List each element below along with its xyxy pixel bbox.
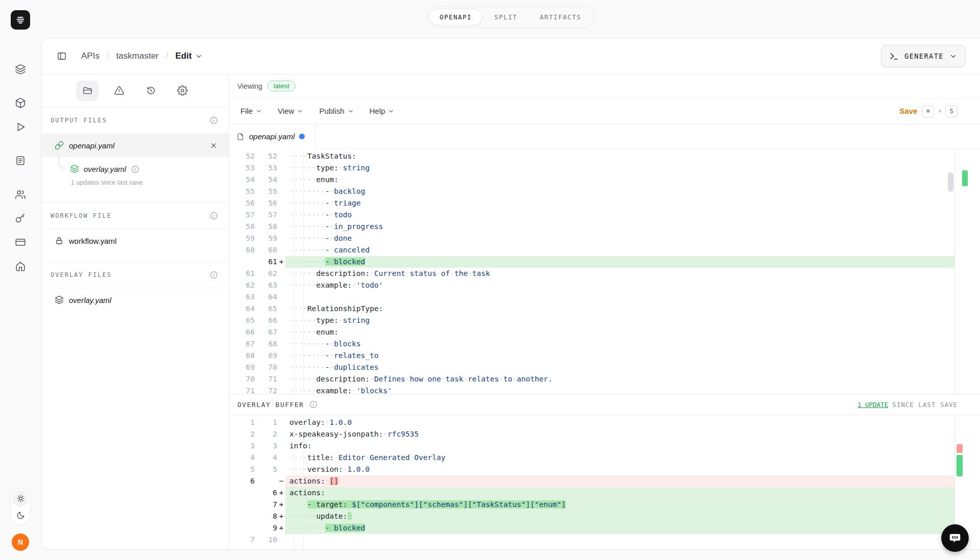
save-shortcut: ⌘+S [922,105,958,117]
code-line: 5959········-·done [229,233,954,244]
layers-icon [55,295,64,304]
menu-view[interactable]: View [278,107,304,115]
sidebar-tab-history[interactable] [139,81,162,101]
rail-item-runs[interactable] [10,117,31,137]
view-tabs: OPENAPISPLITARTIFACTS [426,6,595,28]
link-icon [55,141,64,150]
file-row-openapi[interactable]: openapi.yaml [41,134,229,157]
lock-icon [55,236,64,245]
rail-item-billing[interactable] [10,232,31,252]
status-rest: SINCE LAST SAVE [892,401,958,409]
code-line: 44····title:·Editor·Generated·Overlay [229,452,954,464]
view-tab-split[interactable]: SPLIT [483,9,528,26]
output-files-header: OUTPUT FILES [41,107,229,134]
chevron-down-icon [387,108,395,115]
journal-icon [15,155,26,166]
code-line: 6060········-·canceled [229,244,954,256]
code-line: 55····version:·1.0.0 [229,464,954,475]
code-line: 5353······type:·string [229,162,954,174]
gear-icon [177,85,188,96]
overlay-buffer-header: OVERLAY BUFFER 1 UPDATE SINCE LAST SAVE [229,394,980,415]
rail-item-keys[interactable] [10,208,31,228]
overlay-buffer-title: OVERLAY BUFFER [237,401,304,409]
breadcrumb-project[interactable]: taskmaster [116,51,159,61]
speakeasy-logo[interactable] [11,10,30,30]
breadcrumb-edit-dropdown[interactable]: Edit [176,51,203,61]
code-line: 7071······description:·Defines·how·one·t… [229,373,954,385]
sidebar-tab-files[interactable] [76,81,99,101]
code-line: 5252····TaskStatus: [229,150,954,162]
close-icon[interactable] [208,140,218,150]
rail-item-stack[interactable] [10,59,31,80]
file-sidebar: OUTPUT FILES openapi.yaml overlay.yaml 1… [41,74,229,549]
unsaved-dot [299,134,305,139]
sidebar-tab-settings[interactable] [171,81,193,101]
chevron-down-icon [195,53,203,60]
editor-column: Viewing latest FileViewPublishHelp Save … [229,74,980,549]
file-row-overlay-child[interactable]: overlay.yaml [41,160,229,177]
update-count-link[interactable]: 1 UPDATE [857,401,888,409]
view-tab-openapi[interactable]: OPENAPI [429,9,482,26]
breadcrumb-separator: / [107,51,109,61]
overlay-code-editor[interactable]: 11overlay:·1.0.022x-speakeasy-jsonpath:·… [229,415,955,549]
warning-triangle-icon [114,85,125,96]
code-line: 5757········-·todo [229,209,954,221]
tab-openapi-yaml[interactable]: openapi.yaml [229,124,315,149]
file-name: overlay.yaml [84,165,126,173]
view-tab-artifacts[interactable]: ARTIFACTS [529,9,592,26]
info-icon[interactable] [209,211,218,220]
generate-label: GENERATE [904,52,944,60]
main-panel: APIs / taskmaster / Edit GENERATE [41,38,980,550]
chat-widget-button[interactable] [941,524,969,552]
breadcrumb-apis[interactable]: APIs [81,51,100,61]
workflow-file-title: WORKFLOW FILE [51,212,112,219]
rail-item-users[interactable] [10,184,31,205]
info-icon[interactable] [131,165,139,173]
code-line: 5656········-·triage [229,197,954,209]
code-line: 6364 [229,291,954,303]
code-line: 61+········-·blocked [229,256,954,268]
sidebar-tab-problems[interactable] [108,81,130,101]
light-theme-button[interactable] [13,491,28,506]
dark-theme-button[interactable] [13,507,28,523]
save-button[interactable]: Save [899,107,917,115]
user-avatar[interactable]: N [12,533,29,551]
menu-label: Help [370,107,385,115]
menu-publish[interactable]: Publish [319,107,354,115]
info-icon[interactable] [209,116,218,125]
latest-badge[interactable]: latest [267,81,296,91]
menu-help[interactable]: Help [370,107,395,115]
viewing-label: Viewing [237,82,262,90]
chevron-down-icon [255,108,262,115]
rail-item-docs[interactable] [10,150,31,171]
workflow-file-header: WORKFLOW FILE [41,202,229,229]
file-row-overlay[interactable]: overlay.yaml [41,288,229,312]
file-name: workflow.yaml [69,237,116,245]
panel-left-icon [57,51,67,61]
code-line: 5555········-·backlog [229,186,954,197]
rail-item-builds[interactable] [10,93,31,113]
viewing-row: Viewing latest [229,74,980,98]
panel-header: APIs / taskmaster / Edit GENERATE [41,38,980,74]
code-line: 6667······enum: [229,326,954,338]
play-icon [15,121,26,133]
openapi-code-editor[interactable]: 5252····TaskStatus:5353······type:·strin… [229,149,955,394]
info-icon[interactable] [209,270,218,279]
code-line: 6+actions: [229,487,954,499]
key-icon [15,213,26,224]
tab-file-name: openapi.yaml [249,132,295,141]
info-icon[interactable] [309,400,318,409]
sidebar-toggle-button[interactable] [53,47,71,65]
generate-button[interactable]: GENERATE [881,45,966,67]
overlay-files-title: OVERLAY FILES [51,271,112,278]
code-line: 6465····RelationshipType: [229,303,954,315]
theme-switcher [10,488,31,525]
cube-icon [15,97,26,109]
plus-separator: + [938,107,942,115]
code-line: 5454······enum: [229,174,954,186]
rail-item-home[interactable] [10,256,31,276]
menu-file[interactable]: File [240,107,262,115]
code-line: 6970········-·duplicates [229,362,954,373]
file-row-workflow[interactable]: workflow.yaml [41,229,229,252]
file-name: openapi.yaml [69,141,114,150]
